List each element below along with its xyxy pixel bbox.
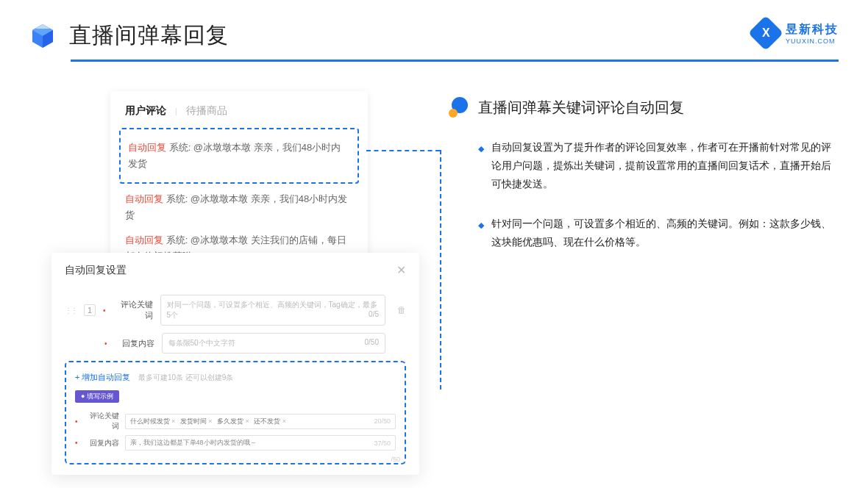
reply-input[interactable]: 每条限50个中文字符 0/50 [162, 333, 385, 354]
example-label: ● 填写示例 [75, 390, 119, 403]
left-screenshots: 用户评论 | 待播商品 自动回复 系统: @冰墩墩本墩 亲亲，我们48小时内发货… [51, 91, 419, 284]
bullet-text: 自动回复设置为了提升作者的评论回复效率，作者可在开播前针对常见的评论用户问题，提… [491, 138, 839, 194]
ex-reply-label: 回复内容 [84, 438, 119, 448]
brand-icon [748, 15, 783, 51]
ex-reply-input[interactable]: 亲，我们这边都是下单48小时内发货的哦～ 37/50 [125, 435, 396, 451]
keyword-chip: 什么时候发货 [130, 417, 176, 425]
connector-line-v [440, 150, 441, 390]
brand-logo: 昱新科技 YUUXIN.COM [753, 21, 839, 46]
bullet-item: ◆ 针对同一个问题，可设置多个相近的、高频的关键词。例如：这款多少钱、这块能优惠… [478, 215, 839, 251]
feature-title: 直播间弹幕关键词评论自动回复 [478, 98, 684, 118]
keyword-chip: 还不发货 [254, 417, 286, 425]
delete-icon[interactable]: 🗑 [397, 305, 406, 315]
diamond-icon: ◆ [478, 142, 484, 194]
drag-handle-icon[interactable]: ⋮⋮ [65, 306, 77, 315]
comment-row: 自动回复 系统: @冰墩墩本墩 亲亲，我们48小时内发货 [128, 135, 350, 176]
connector-line-h [366, 150, 440, 151]
auto-reply-badge: 自动回复 [125, 193, 163, 204]
example-row-keyword: • 评论关键词 什么时候发货 发货时间 多久发货 还不发货 20/50 [75, 411, 396, 431]
tab-separator: | [175, 107, 177, 115]
counter: 20/50 [374, 417, 391, 425]
page-title: 直播间弹幕回复 [69, 21, 229, 51]
input-counter: 0/50 [365, 338, 379, 346]
close-icon[interactable]: ✕ [396, 263, 406, 277]
order-number: 1 [84, 304, 96, 316]
counter: 37/50 [374, 439, 391, 447]
example-row-reply: • 回复内容 亲，我们这边都是下单48小时内发货的哦～ 37/50 [75, 435, 396, 451]
comment-highlighted: 自动回复 系统: @冰墩墩本墩 亲亲，我们48小时内发货 [119, 128, 359, 184]
keyword-chip: 发货时间 [180, 417, 213, 425]
required-dot: • [75, 439, 78, 447]
tab-user-comments[interactable]: 用户评论 [125, 104, 166, 118]
comment-row: 自动回复 系统: @冰墩墩本墩 亲亲，我们48小时内发货 [125, 187, 353, 228]
settings-title: 自动回复设置 [65, 264, 127, 277]
ex-keyword-label: 评论关键词 [84, 411, 119, 431]
add-hint: 最多可建10条 还可以创建9条 [138, 373, 233, 381]
keyword-input[interactable]: 对同一个问题，可设置多个相近、高频的关键词，Tag确定，最多5个 0/5 [160, 295, 385, 326]
ex-keyword-input[interactable]: 什么时候发货 发货时间 多久发货 还不发货 20/50 [125, 414, 396, 429]
overflow-counter: /50 [391, 456, 400, 463]
form-row-reply: • 回复内容 每条限50个中文字符 0/50 [65, 333, 406, 354]
required-dot: • [104, 340, 107, 348]
bullet-item: ◆ 自动回复设置为了提升作者的评论回复效率，作者可在开播前针对常见的评论用户问题… [478, 138, 839, 194]
header-cube-icon [29, 23, 56, 49]
page-header: 直播间弹幕回复 [0, 0, 868, 60]
reply-label: 回复内容 [115, 338, 154, 349]
auto-reply-badge: 自动回复 [128, 142, 166, 153]
diamond-icon: ◆ [478, 218, 484, 251]
keyword-chip: 多久发货 [217, 417, 249, 425]
form-row-keyword: ⋮⋮ 1 • 评论关键词 对同一个问题，可设置多个相近、高频的关键词，Tag确定… [65, 295, 406, 326]
auto-reply-badge: 自动回复 [125, 234, 163, 245]
add-auto-reply-link[interactable]: + 增加自动回复 [75, 373, 130, 381]
example-block: + 增加自动回复 最多可建10条 还可以创建9条 ● 填写示例 • 评论关键词 … [65, 361, 406, 464]
input-counter: 0/5 [369, 310, 379, 318]
feature-bubble-icon [449, 97, 469, 118]
comments-tabs: 用户评论 | 待播商品 [125, 104, 353, 118]
settings-modal: 自动回复设置 ✕ ⋮⋮ 1 • 评论关键词 对同一个问题，可设置多个相近、高频的… [51, 253, 419, 475]
tab-pending-goods[interactable]: 待播商品 [186, 104, 227, 118]
feature-description: 直播间弹幕关键词评论自动回复 ◆ 自动回复设置为了提升作者的评论回复效率，作者可… [449, 91, 839, 284]
bullet-text: 针对同一个问题，可设置多个相近的、高频的关键词。例如：这款多少钱、这块能优惠吗、… [491, 215, 839, 251]
required-dot: • [103, 306, 106, 315]
required-dot: • [75, 417, 78, 426]
svg-marker-3 [35, 24, 50, 29]
keyword-label: 评论关键词 [113, 299, 153, 321]
brand-name-en: YUUXIN.COM [786, 37, 839, 45]
brand-name-cn: 昱新科技 [786, 22, 839, 37]
